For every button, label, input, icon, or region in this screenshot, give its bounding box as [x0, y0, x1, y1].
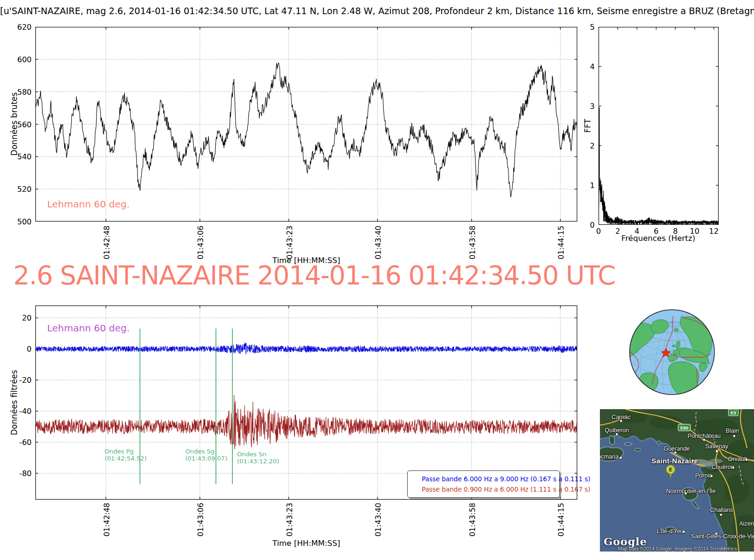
map-location-inset: E CarnacQuiberonLocmariaGuérandeSaint-Na…: [600, 409, 754, 552]
phase-time: (01:43:09.07): [185, 455, 227, 462]
filtered-x-tick-label: 01:44:15: [557, 503, 565, 545]
map-label-saint-nazaire: Saint-Nazaire: [652, 457, 698, 465]
map-label-gu-rande: Guérande: [664, 445, 690, 452]
phase-name: Ondes Sg: [185, 448, 227, 455]
trace-passe-bande-0-900-hz-a-6-000-hz-1-111-s-a-0-167-s-: [35, 395, 577, 449]
map-label-cou-ron: Couëron: [712, 464, 734, 470]
filtered-y-tick-label: -20: [10, 376, 32, 385]
filtered-x-tick-label: 01:42:48: [102, 503, 110, 545]
fft-x-tick-label: 10: [690, 227, 699, 236]
filtered-y-tick-label: -80: [10, 469, 32, 478]
map-label-carnac: Carnac: [612, 414, 631, 420]
phase-time: (01:42:54.52): [105, 455, 147, 462]
map-label-savenay: Savenay: [705, 443, 729, 450]
map-town-dot: [685, 493, 687, 494]
raw-y-tick-label: 540: [10, 152, 32, 161]
fft-plot: [598, 27, 719, 225]
filtered-y-tick-label: -40: [10, 407, 32, 416]
raw-y-tick-label: 560: [10, 120, 32, 129]
map-label-pornic: Pornic: [695, 472, 712, 479]
globe-location-inset: [628, 308, 716, 396]
map-label-saint-gilles-croix-de-vie: Saint-Gilles-Croix-de-Vie: [691, 533, 754, 540]
map-town-dot: [711, 475, 713, 477]
filter-legend: Passe bande 6.000 Hz a 9.000 Hz (0.167 s…: [407, 470, 560, 498]
map-label-quiberon: Quiberon: [605, 427, 629, 434]
filtered-y-tick-label: 0: [10, 345, 32, 354]
legend-label-highband: Passe bande 6.000 Hz a 9.000 Hz (0.167 s…: [422, 475, 590, 483]
map-road-shield-e60: E60: [678, 424, 691, 431]
map-town-dot: [683, 531, 685, 533]
filtered-plot-xlabel: Time [HH:MM:SS]: [272, 539, 340, 548]
fft-y-tick-label: 5: [581, 23, 595, 32]
figure-title: [u'SAINT-NAZAIRE, mag 2.6, 2014-01-16 01…: [0, 6, 754, 16]
legend-row-lowband: Passe bande 0.900 Hz a 6.000 Hz (1.111 s…: [408, 486, 559, 493]
filtered-station-annotation: Lehmann 60 deg.: [47, 322, 130, 334]
fft-y-tick-label: 1: [581, 181, 595, 190]
trace-raw: [35, 63, 577, 198]
map-town-dot: [674, 452, 676, 453]
raw-seismogram-plot: [35, 27, 577, 222]
fft-x-tick-label: 6: [654, 227, 658, 236]
raw-y-tick-label: 580: [10, 87, 32, 96]
phase-label-ondes-pg: Ondes Pg(01:42:54.52): [105, 448, 147, 462]
phase-label-ondes-sg: Ondes Sg(01:43:09.07): [185, 448, 227, 462]
filtered-y-tick-label: -60: [10, 438, 32, 447]
fft-x-tick-label: 0: [596, 227, 601, 236]
map-label-challans: Challans: [710, 507, 733, 513]
phase-label-ondes-sn: Ondes Sn(01:43:12.20): [237, 451, 279, 465]
filtered-x-tick-label: 01:43:58: [467, 503, 475, 545]
fft-y-tick-label: 4: [581, 62, 595, 71]
phase-time: (01:43:12.20): [237, 458, 279, 465]
axes-border: [599, 27, 719, 225]
map-attribution: Map data ©2014 Google Imagery ©2014 Terr…: [618, 546, 737, 552]
map-label-blain: Blain: [726, 428, 739, 434]
legend-label-lowband: Passe bande 0.900 Hz a 6.000 Hz (1.111 s…: [422, 486, 590, 493]
map-town-dot: [720, 514, 722, 516]
raw-y-tick-label: 520: [10, 185, 32, 194]
map-label-noirmoutier-en-l-le: Noirmoutier-en-l'Île: [666, 488, 715, 494]
map-town-dot: [716, 450, 718, 452]
fft-plot-ylabel: FFT: [583, 119, 592, 133]
filtered-y-tick-label: 20: [10, 313, 32, 322]
fft-x-tick-label: 4: [635, 227, 639, 236]
fft-y-tick-label: 3: [581, 102, 595, 111]
map-town-dot: [732, 467, 734, 469]
trace-fft: [598, 107, 719, 224]
raw-y-tick-label: 600: [10, 55, 32, 64]
map-label-locmaria: Locmaria: [600, 453, 619, 460]
seismogram-figure-page: [u'SAINT-NAZAIRE, mag 2.6, 2014-01-16 01…: [0, 0, 754, 560]
trace-passe-bande-6-000-hz-a-9-000-hz-0-167-s-a-0-111-s-: [35, 343, 577, 354]
fft-y-tick-label: 0: [581, 221, 595, 230]
map-town-dot: [620, 420, 622, 422]
map-town-dot: [620, 457, 622, 459]
map-town-dot: [703, 439, 705, 441]
map-label-pontch-teau: Pontchâteau: [688, 433, 721, 439]
map-town-dot: [715, 533, 717, 535]
raw-station-annotation: Lehmann 60 deg.: [47, 198, 130, 210]
map-label-orvault: Orvault: [728, 456, 747, 462]
map-town-dot: [616, 433, 618, 435]
filtered-x-tick-label: 01:43:06: [196, 503, 204, 545]
map-town-dot: [733, 435, 735, 437]
filtered-x-tick-label: 01:43:40: [374, 503, 382, 545]
map-road-shield-e3: E3: [728, 409, 738, 416]
map-pin-label: E: [669, 467, 672, 473]
filtered-x-tick-label: 01:43:23: [285, 503, 293, 545]
fft-x-tick-label: 12: [709, 227, 719, 236]
fft-x-tick-label: 2: [615, 227, 620, 236]
raw-y-tick-label: 500: [10, 217, 32, 226]
raw-y-tick-label: 620: [10, 23, 32, 32]
map-town-dot: [746, 459, 747, 461]
phase-name: Ondes Sn: [237, 451, 279, 458]
legend-row-highband: Passe bande 6.000 Hz a 9.000 Hz (0.167 s…: [408, 475, 559, 483]
map-town-dot: [692, 460, 694, 461]
fft-x-tick-label: 8: [673, 227, 678, 236]
event-headline: 2.6 SAINT-NAZAIRE 2014-01-16 01:42:34.50…: [13, 260, 615, 290]
map-label-aizenay: Aizenay: [739, 520, 754, 527]
fft-y-tick-label: 2: [581, 141, 595, 150]
phase-name: Ondes Pg: [105, 448, 147, 455]
map-label-l-le-d-yeu: L'Île-d'Yeu: [656, 528, 683, 535]
